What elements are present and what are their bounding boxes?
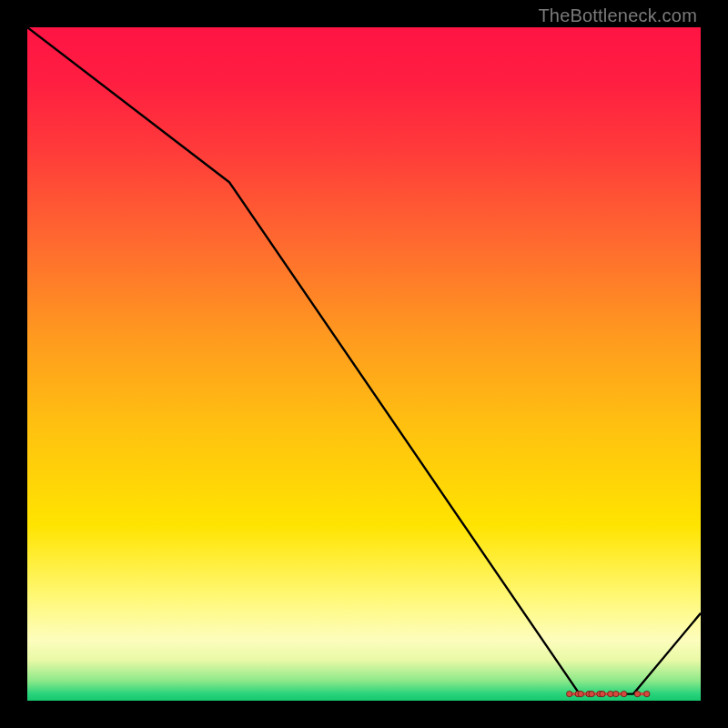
chart-line bbox=[27, 27, 701, 694]
marker-dot bbox=[589, 691, 594, 696]
watermark-text: TheBottleneck.com bbox=[538, 5, 697, 26]
marker-dot bbox=[634, 691, 640, 696]
marker-dot bbox=[613, 691, 619, 696]
marker-dot bbox=[567, 691, 572, 696]
marker-dot bbox=[621, 691, 626, 696]
chart-overlay bbox=[27, 27, 701, 701]
marker-dot bbox=[578, 691, 583, 696]
chart-frame: TheBottleneck.com bbox=[0, 0, 728, 728]
plot-area bbox=[27, 27, 701, 701]
marker-dot bbox=[644, 691, 650, 696]
marker-dot bbox=[608, 691, 613, 696]
marker-dot bbox=[600, 691, 605, 696]
